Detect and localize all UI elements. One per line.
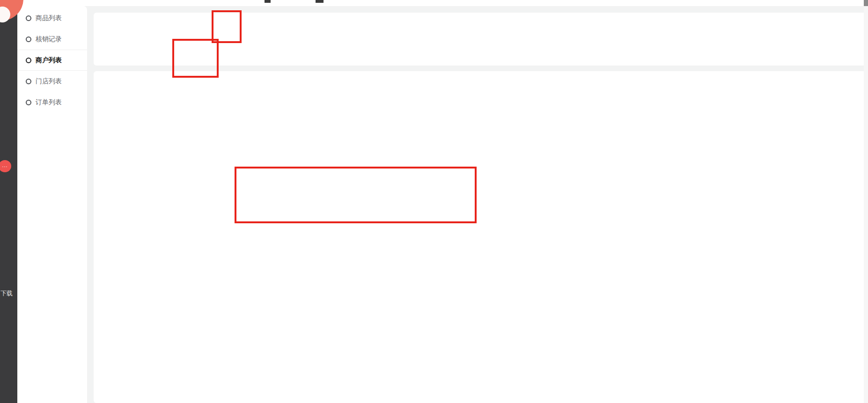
circle-bullet-icon (26, 15, 31, 21)
circle-bullet-icon (26, 79, 31, 84)
circle-bullet-icon (26, 100, 31, 105)
scrollbar-thumb[interactable] (864, 0, 868, 6)
scrollbar-track (864, 0, 868, 403)
sidebar-item-order-list[interactable]: 订单列表 (17, 92, 87, 113)
sidebar-item-label: 核销记录 (36, 35, 62, 44)
sidebar-item-label: 商品列表 (36, 14, 62, 22)
sidebar-item-goods-list[interactable]: 商品列表 (17, 7, 87, 29)
content-card (94, 71, 868, 403)
app-root: ... 下载 商品列表 核销记录 商户列表 门店列表 订单列表 商户设置 轮播图… (0, 0, 868, 403)
tabs-card (94, 13, 868, 66)
cutoff-text-fragment (316, 0, 324, 3)
cutoff-text-fragment (265, 0, 271, 3)
sidebar-item-label: 商户列表 (36, 56, 62, 65)
top-strip (17, 0, 868, 6)
download-link[interactable]: 下载 (0, 289, 13, 298)
sidebar: 商品列表 核销记录 商户列表 门店列表 订单列表 (17, 6, 87, 403)
left-rail (0, 0, 17, 403)
circle-bullet-icon (26, 58, 31, 63)
sidebar-item-label: 门店列表 (36, 77, 62, 86)
sidebar-item-store-list[interactable]: 门店列表 (17, 71, 87, 92)
sidebar-item-label: 订单列表 (36, 98, 62, 107)
sidebar-item-merchant-list[interactable]: 商户列表 (17, 50, 87, 71)
sidebar-item-verify-records[interactable]: 核销记录 (17, 29, 87, 50)
circle-bullet-icon (26, 37, 31, 42)
